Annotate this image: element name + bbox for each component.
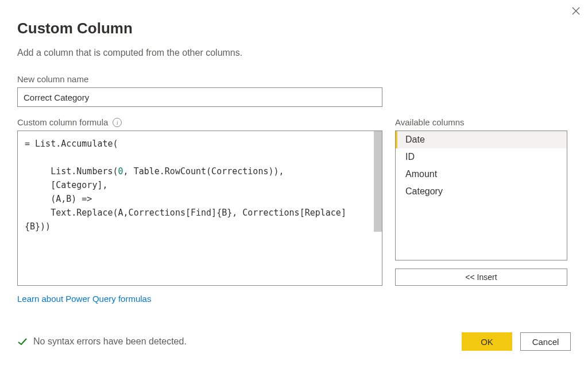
list-item[interactable]: Date xyxy=(396,131,567,148)
formula-editor[interactable]: = List.Accumulate( List.Numbers(0, Table… xyxy=(17,131,382,286)
cancel-button[interactable]: Cancel xyxy=(520,332,571,351)
dialog-subtitle: Add a column that is computed from the o… xyxy=(17,48,571,58)
formula-label: Custom column formula xyxy=(17,117,108,127)
new-column-name-input[interactable] xyxy=(17,87,382,107)
list-item[interactable]: Amount xyxy=(396,166,567,183)
ok-button[interactable]: OK xyxy=(462,332,512,351)
close-button[interactable] xyxy=(572,6,580,18)
available-columns-list: DateIDAmountCategory xyxy=(395,131,567,260)
check-icon xyxy=(17,336,28,347)
learn-link[interactable]: Learn about Power Query formulas xyxy=(17,294,151,304)
dialog-title: Custom Column xyxy=(17,20,571,37)
insert-button[interactable]: << Insert xyxy=(395,269,567,286)
formula-scrollbar[interactable] xyxy=(374,131,382,285)
list-item[interactable]: ID xyxy=(396,148,567,166)
scrollbar-thumb[interactable] xyxy=(374,131,382,232)
status-bar: No syntax errors have been detected. xyxy=(17,336,187,347)
available-columns-label: Available columns xyxy=(395,117,465,127)
status-text: No syntax errors have been detected. xyxy=(33,336,187,347)
list-item[interactable]: Category xyxy=(396,183,567,200)
info-icon[interactable]: i xyxy=(113,118,122,127)
new-column-name-label: New column name xyxy=(17,74,88,84)
